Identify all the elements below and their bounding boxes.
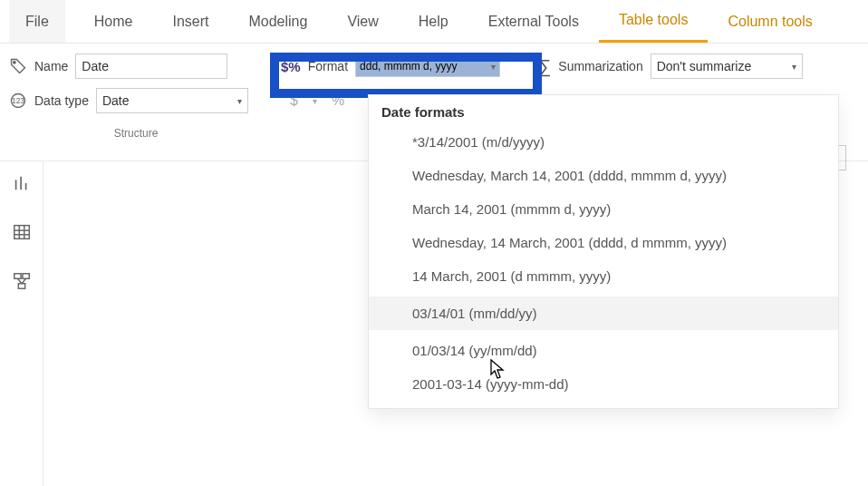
ribbon-group-structure: Name Date 123 Data type Date ▾ Structure <box>9 53 263 140</box>
format-label: Format <box>308 59 348 73</box>
date-format-option[interactable]: Wednesday, 14 March, 2001 (dddd, d mmmm,… <box>369 226 838 259</box>
date-format-option[interactable]: March 14, 2001 (mmmm d, yyyy) <box>369 192 838 226</box>
datatype-value: Date <box>102 93 130 108</box>
svg-line-14 <box>17 278 22 284</box>
model-view-button[interactable] <box>9 268 34 294</box>
date-format-option[interactable]: Wednesday, March 14, 2001 (dddd, mmmm d,… <box>369 159 838 192</box>
data-view-button[interactable] <box>9 219 34 245</box>
summarization-label: Summarization <box>558 59 642 73</box>
name-row: Name Date <box>9 53 263 80</box>
svg-rect-12 <box>22 274 28 279</box>
date-format-option[interactable]: 2001-03-14 (yyyy-mm-dd) <box>369 367 838 401</box>
date-format-option[interactable]: 03/14/01 (mm/dd/yy) <box>369 296 838 330</box>
menu-modeling[interactable]: Modeling <box>228 0 327 43</box>
date-format-option[interactable]: 01/03/14 (yy/mm/dd) <box>369 334 838 367</box>
chevron-down-icon: ▾ <box>237 96 242 106</box>
sigma-icon: ∑ <box>538 56 551 77</box>
name-input-value: Date <box>82 59 109 73</box>
name-input[interactable]: Date <box>75 53 227 79</box>
svg-rect-11 <box>14 274 20 279</box>
format-value: ddd, mmmm d, yyyy <box>360 60 457 73</box>
datatype-row: 123 Data type Date ▾ <box>9 87 263 114</box>
datatype-icon: 123 <box>9 92 27 110</box>
left-nav <box>0 161 43 486</box>
chevron-down-icon[interactable]: ▾ <box>313 96 317 106</box>
chevron-down-icon: ▾ <box>792 62 796 72</box>
summarization-value: Don't summarize <box>657 59 752 73</box>
menu-file[interactable]: File <box>9 0 65 43</box>
date-formats-header: Date formats <box>369 95 838 125</box>
currency-button[interactable]: $ <box>290 92 298 109</box>
svg-point-0 <box>14 62 16 64</box>
menu-insert[interactable]: Insert <box>152 0 228 43</box>
date-format-option[interactable]: 14 March, 2001 (d mmmm, yyyy) <box>369 259 838 293</box>
menu-external-tools[interactable]: External Tools <box>468 0 599 43</box>
date-format-option[interactable]: *3/14/2001 (m/d/yyyy) <box>369 125 838 159</box>
menu-view[interactable]: View <box>327 0 398 43</box>
summarization-select[interactable]: Don't summarize ▾ <box>651 53 803 79</box>
format-row: $% Format ddd, mmmm d, yyyy ▾ <box>281 53 500 80</box>
datatype-label: Data type <box>34 93 89 108</box>
summarization-row: ∑ Summarization Don't summarize ▾ <box>538 53 803 80</box>
format-select[interactable]: ddd, mmmm d, yyyy ▾ <box>355 55 500 77</box>
menu-help[interactable]: Help <box>399 0 468 43</box>
date-formats-dropdown: Date formats *3/14/2001 (m/d/yyyy) Wedne… <box>368 94 839 409</box>
ribbon-group-summarization: ∑ Summarization Don't summarize ▾ <box>538 53 803 80</box>
svg-rect-13 <box>18 284 24 289</box>
menu-bar: File Home Insert Modeling View Help Exte… <box>0 0 868 44</box>
percent-button[interactable]: % <box>332 92 344 109</box>
svg-text:123: 123 <box>12 96 24 105</box>
chevron-down-icon: ▾ <box>491 62 496 72</box>
datatype-select[interactable]: Date ▾ <box>96 88 248 113</box>
svg-line-15 <box>22 278 26 284</box>
name-label: Name <box>34 59 68 73</box>
structure-group-label: Structure <box>9 127 263 140</box>
report-view-button[interactable] <box>9 170 34 196</box>
menu-column-tools[interactable]: Column tools <box>708 0 832 43</box>
menu-table-tools[interactable]: Table tools <box>599 0 709 43</box>
svg-rect-6 <box>14 226 29 239</box>
format-icon: $% <box>281 59 301 74</box>
menu-home[interactable]: Home <box>74 0 153 43</box>
tag-icon <box>9 57 27 75</box>
